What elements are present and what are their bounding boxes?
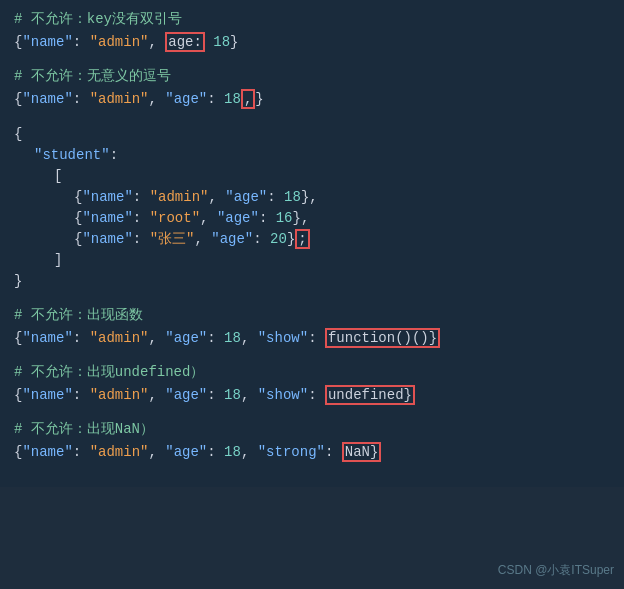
section-nested: { "student": [ {"name": "admin", "age": … — [14, 124, 610, 292]
array-item-1: {"name": "admin", "age": 18}, — [74, 187, 610, 208]
comment-5: # 不允许：出现undefined） — [14, 363, 610, 381]
highlight-comma: , — [241, 89, 255, 109]
code-line-2: {"name": "admin", "age": 18,} — [14, 89, 610, 110]
comment-2: # 不允许：无意义的逗号 — [14, 67, 610, 85]
highlight-semicolon: ; — [295, 229, 309, 249]
comment-6: # 不允许：出现NaN） — [14, 420, 610, 438]
highlight-nan: NaN} — [342, 442, 382, 462]
code-line-5: {"name": "admin", "age": 18, "show": und… — [14, 385, 610, 406]
highlight-age: age: — [165, 32, 205, 52]
watermark: CSDN @小袁ITSuper — [498, 562, 614, 579]
open-brace: { — [14, 124, 610, 145]
highlight-undefined: undefined} — [325, 385, 415, 405]
section-function: # 不允许：出现函数 {"name": "admin", "age": 18, … — [14, 306, 610, 349]
close-brace: } — [14, 271, 610, 292]
array-item-3: {"name": "张三", "age": 20}; — [74, 229, 610, 250]
student-key: "student": — [34, 145, 610, 166]
comment-1: # 不允许：key没有双引号 — [14, 10, 610, 28]
highlight-function: function()()} — [325, 328, 440, 348]
comment-4: # 不允许：出现函数 — [14, 306, 610, 324]
array-open: [ — [54, 166, 610, 187]
main-container: # 不允许：key没有双引号 {"name": "admin", age: 18… — [0, 0, 624, 487]
array-close: ] — [54, 250, 610, 271]
code-line-4: {"name": "admin", "age": 18, "show": fun… — [14, 328, 610, 349]
section-no-quotes: # 不允许：key没有双引号 {"name": "admin", age: 18… — [14, 10, 610, 53]
section-trailing-comma: # 不允许：无意义的逗号 {"name": "admin", "age": 18… — [14, 67, 610, 110]
array-item-2: {"name": "root", "age": 16}, — [74, 208, 610, 229]
code-line-6: {"name": "admin", "age": 18, "strong": N… — [14, 442, 610, 463]
code-line-1: {"name": "admin", age: 18} — [14, 32, 610, 53]
section-nan: # 不允许：出现NaN） {"name": "admin", "age": 18… — [14, 420, 610, 463]
section-undefined: # 不允许：出现undefined） {"name": "admin", "ag… — [14, 363, 610, 406]
